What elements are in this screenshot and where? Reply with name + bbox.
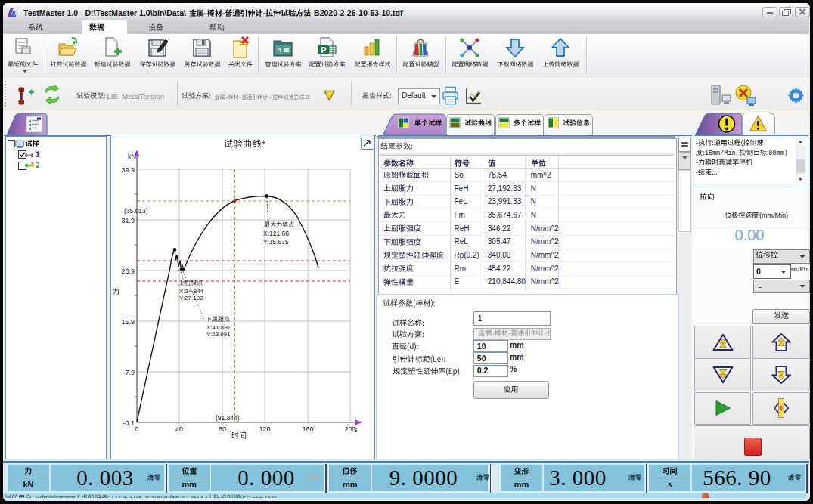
svg-text:-0.1: -0.1 xyxy=(123,419,135,427)
svg-text:0: 0 xyxy=(135,425,138,433)
svg-text:P: P xyxy=(321,45,326,54)
svg-text:120: 120 xyxy=(259,425,270,433)
svg-text:X:121.66: X:121.66 xyxy=(263,230,289,237)
svg-text:Y:27.192: Y:27.192 xyxy=(179,295,203,301)
svg-text:80: 80 xyxy=(219,425,226,433)
svg-text:160: 160 xyxy=(302,425,313,433)
svg-text:31.9: 31.9 xyxy=(121,217,135,224)
svg-text:X:41.891: X:41.891 xyxy=(206,324,231,331)
svg-text:s: s xyxy=(354,426,358,434)
svg-text:kN: kN xyxy=(128,153,136,160)
svg-text:40: 40 xyxy=(175,425,183,433)
svg-text:Y:35.675: Y:35.675 xyxy=(263,238,289,246)
svg-text:(91.844): (91.844) xyxy=(216,414,240,422)
svg-text:Y:23.991: Y:23.991 xyxy=(206,331,231,338)
svg-text:39.9: 39.9 xyxy=(121,166,135,174)
svg-text:7.9: 7.9 xyxy=(125,369,135,376)
svg-text:X:34.844: X:34.844 xyxy=(179,288,204,295)
svg-text:(35.013): (35.013) xyxy=(124,207,148,215)
svg-text:23.9: 23.9 xyxy=(121,267,135,275)
svg-text:15.9: 15.9 xyxy=(121,318,135,326)
